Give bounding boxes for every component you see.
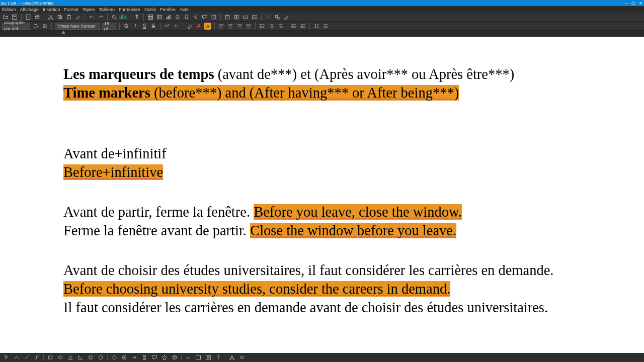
open-button[interactable] [2,14,9,21]
left-margin-marker[interactable] [61,31,65,34]
find-button[interactable] [111,14,118,21]
rect-button[interactable] [47,354,54,361]
align-justify-button[interactable] [245,23,252,30]
3d-button[interactable] [171,354,178,361]
svg-rect-40 [241,356,244,359]
outline-button[interactable] [277,23,284,30]
shapes-button[interactable] [274,14,281,21]
strike-button[interactable]: S [150,23,157,30]
superscript-button[interactable]: X² [164,23,171,30]
callout-button[interactable] [151,354,158,361]
menu-edit[interactable]: Édition [2,7,16,12]
glue-icon [239,354,245,360]
menu-window[interactable]: Fenêtre [160,7,176,12]
insert-img-button[interactable] [195,354,202,361]
font-name-combo[interactable]: Times New Roman [55,23,100,30]
field-button[interactable] [242,14,249,21]
draw-button[interactable] [283,14,290,21]
para-spacing-button[interactable] [322,23,329,30]
close-button[interactable]: ✕ [637,0,644,6]
insert-chart-button[interactable] [165,14,172,21]
insert-table-button[interactable] [147,14,154,21]
menu-insert[interactable]: Insertion [43,7,60,12]
line-draw-button[interactable] [23,354,30,361]
spacing-icon [313,23,319,29]
menu-help[interactable]: Aide [180,7,189,12]
align-center-button[interactable] [227,23,234,30]
menu-format[interactable]: Format [64,7,78,12]
spellcheck-button[interactable]: abc [120,14,127,21]
highlight-button[interactable]: A [204,23,211,30]
export-pdf-button[interactable] [25,14,32,21]
glue-points-button[interactable] [238,354,246,361]
title-bar: ais 1.odt — LibreOffice Writer — ▢ ✕ [0,0,644,6]
undo-button[interactable] [88,14,95,21]
new-style-button[interactable] [41,23,48,30]
font-color-button[interactable]: A [195,23,202,30]
circle-button[interactable] [97,354,104,361]
track-changes-button[interactable] [210,14,217,21]
page-break-button[interactable] [174,14,181,21]
ellipse-button[interactable] [57,354,64,361]
minimize-button[interactable]: — [623,0,630,6]
hyperlink-button[interactable] [192,14,199,21]
star-button[interactable] [161,354,168,361]
pointer-icon [4,354,10,360]
dec-indent-button[interactable] [299,23,306,30]
symbol-shapes-button[interactable] [121,354,128,361]
menu-table[interactable]: Tableau [99,7,115,12]
pointer-button[interactable] [3,354,10,361]
subscript-button[interactable]: X₂ [173,23,180,30]
paste-button[interactable] [65,14,72,21]
formatting-marks-button[interactable]: ¶ [133,14,140,21]
square-button[interactable] [87,354,94,361]
header-footer-button[interactable] [224,14,231,21]
menu-styles[interactable]: Styles [83,7,95,12]
rtriangle-button[interactable] [77,354,84,361]
copy-button[interactable] [56,14,63,21]
line-spacing-button[interactable] [313,23,320,30]
curve-button[interactable] [13,354,20,361]
columns-button[interactable] [233,14,240,21]
clear-format-button[interactable] [186,23,193,30]
menu-tools[interactable]: Outils [144,7,156,12]
page[interactable]: Les marqueurs de temps (avant de***) et … [0,37,644,353]
bold-button[interactable]: G [123,23,130,30]
basic-shapes-button[interactable] [111,354,118,361]
menu-form[interactable]: Formulaire [119,7,140,12]
vtext-button[interactable] [215,354,222,361]
line-button[interactable] [265,14,272,21]
update-style-button[interactable] [32,23,39,30]
edit-points-button[interactable] [228,354,235,361]
insert-image-button[interactable] [156,14,163,21]
fontwork-button[interactable] [185,354,192,361]
standard-toolbar: abc ¶ Ω [0,13,644,22]
align-left-button[interactable] [218,23,225,30]
para-style-combo[interactable]: aragraphe par déf [2,23,30,30]
inc-indent-button[interactable] [290,23,297,30]
underline-button[interactable]: S [141,23,148,30]
triangle-button[interactable] [67,354,74,361]
special-char-button[interactable]: Ω [183,14,190,21]
textbox-button[interactable] [251,14,258,21]
arrow-shapes-button[interactable] [131,354,138,361]
font-size-combo[interactable]: 15 pt [102,23,116,30]
bullet-list-button[interactable] [259,23,266,30]
redo-button[interactable] [97,14,104,21]
horizontal-ruler[interactable] [0,31,644,37]
comment-button[interactable] [201,14,208,21]
save-button[interactable] [11,14,18,21]
textframe-button[interactable] [205,354,212,361]
connector-button[interactable] [33,354,40,361]
number-list-button[interactable] [268,23,275,30]
align-right-button[interactable] [236,23,243,30]
arrow-icon [131,354,137,360]
clone-format-button[interactable] [74,14,82,21]
align-center-icon [227,23,233,29]
maximize-button[interactable]: ▢ [630,0,637,6]
cut-button[interactable] [47,14,54,21]
italic-button[interactable]: I [132,23,139,30]
menu-view[interactable]: Affichage [20,7,39,12]
print-button[interactable] [34,14,41,21]
flowchart-button[interactable] [141,354,148,361]
